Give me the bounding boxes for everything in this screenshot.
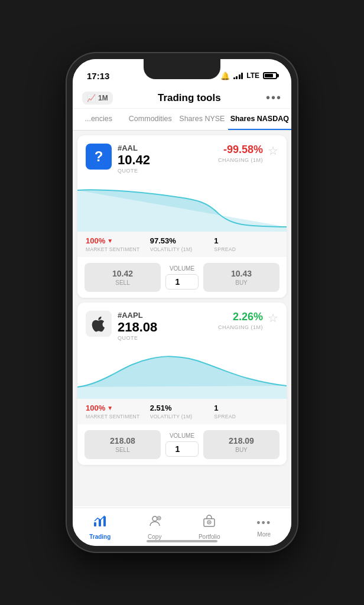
signal-icon (233, 72, 243, 79)
battery-icon (263, 72, 277, 79)
tab-currencies[interactable]: ...encies (73, 109, 125, 130)
card-aal-header: ? #AAL 10.42 QUOTE -99.58% CHANGING (1M)… (77, 135, 287, 178)
aapl-change: 2.26% CHANGING (1M) (218, 311, 263, 330)
aapl-info: #AAPL 218.08 QUOTE (118, 311, 218, 341)
aal-volume-label: VOLUME (170, 265, 194, 272)
aal-chart-area (77, 178, 287, 232)
aal-buy-label: BUY (235, 279, 248, 286)
aal-spread-value: 1 (214, 236, 278, 245)
tabs-bar: ...encies Commodities Shares NYSE Shares… (73, 109, 291, 131)
aapl-sentiment-label: MARKET SENTIMENT (86, 414, 150, 419)
aapl-sentiment-value: 100% (86, 404, 105, 412)
aapl-volatility-value: 2.51% (150, 404, 214, 412)
nav-more[interactable]: ••• More (237, 512, 292, 542)
nav-copy[interactable]: Copy (128, 509, 183, 545)
aapl-change-label: CHANGING (1M) (218, 324, 263, 330)
nav-trading[interactable]: Trading (73, 509, 128, 545)
down-arrow-icon: ▼ (107, 238, 113, 244)
aal-logo: ? (86, 144, 112, 170)
aal-volume-box: VOLUME (165, 265, 199, 290)
more-button[interactable]: ••• (266, 91, 282, 105)
aal-volatility-value: 97.53% (150, 236, 214, 245)
aal-change-label: CHANGING (1M) (218, 157, 263, 163)
main-content: ? #AAL 10.42 QUOTE -99.58% CHANGING (1M)… (73, 131, 291, 506)
aapl-logo (86, 311, 112, 337)
aal-quote-label: QUOTE (118, 168, 218, 174)
lte-label: LTE (246, 71, 259, 80)
aal-buy-button[interactable]: 10.43 BUY (203, 263, 280, 292)
aapl-sell-price: 218.08 (110, 436, 135, 445)
tab-shares-nyse[interactable]: Shares NYSE (176, 109, 228, 130)
aapl-sell-label: SELL (115, 447, 129, 453)
aapl-spread-label: SPREAD (214, 414, 278, 419)
tab-commodities[interactable]: Commodities (125, 109, 177, 130)
notification-icon: 🔔 (220, 71, 230, 80)
portfolio-nav-label: Portfolio (199, 534, 220, 540)
aapl-favorite-button[interactable]: ☆ (268, 311, 278, 325)
aapl-buy-button[interactable]: 218.09 BUY (203, 430, 280, 459)
more-nav-icon: ••• (256, 517, 271, 529)
copy-nav-label: Copy (148, 534, 161, 540)
aal-info: #AAL 10.42 QUOTE (118, 144, 218, 174)
aapl-volume-box: VOLUME (165, 432, 199, 457)
aal-volatility-label: VOLATILITY (1M) (150, 246, 214, 252)
aal-sell-button[interactable]: 10.42 SELL (84, 263, 161, 292)
aapl-buy-label: BUY (235, 447, 248, 453)
aapl-quote-label: QUOTE (118, 335, 218, 341)
aal-chart-svg (77, 178, 287, 232)
aapl-volume-input[interactable] (165, 441, 199, 457)
status-icons: 🔔 LTE (220, 71, 277, 80)
aapl-volatility-label: VOLATILITY (1M) (150, 414, 214, 419)
nav-portfolio[interactable]: Portfolio (182, 509, 237, 545)
aapl-chart-svg (77, 346, 287, 399)
aapl-buy-price: 218.09 (229, 436, 254, 445)
header: 📈 1M Trading tools ••• (73, 87, 291, 109)
aal-favorite-button[interactable]: ☆ (268, 144, 278, 158)
aapl-sell-button[interactable]: 218.08 SELL (84, 430, 161, 459)
aapl-spread-value: 1 (214, 404, 278, 412)
more-nav-label: More (257, 531, 271, 538)
aal-sell-price: 10.42 (112, 269, 133, 278)
trading-icon (93, 514, 107, 532)
svg-rect-1 (99, 519, 101, 526)
aal-sentiment-value: 100% (86, 236, 105, 245)
copy-icon (148, 514, 162, 532)
aapl-volatility: 2.51% VOLATILITY (1M) (150, 404, 214, 419)
aal-sell-label: SELL (115, 279, 129, 286)
timeframe-label: 1M (98, 94, 108, 102)
home-indicator (147, 540, 217, 542)
tab-shares-nasdaq[interactable]: Shares NASDAQ (228, 109, 291, 130)
down-arrow-icon-2: ▼ (107, 405, 113, 411)
aapl-stats: 100% ▼ MARKET SENTIMENT 2.51% VOLATILITY… (77, 399, 287, 424)
aal-spread-label: SPREAD (214, 246, 278, 252)
aapl-spread: 1 SPREAD (214, 404, 278, 419)
page-title: Trading tools (113, 92, 266, 104)
aal-sentiment-label: MARKET SENTIMENT (86, 246, 150, 252)
trend-icon: 📈 (87, 94, 96, 102)
aal-volatility: 97.53% VOLATILITY (1M) (150, 236, 214, 252)
aapl-trade-row: 218.08 SELL VOLUME 218.09 BUY (77, 424, 287, 465)
aapl-chart-area (77, 346, 287, 399)
status-time: 17:13 (87, 71, 109, 81)
aapl-volume-label: VOLUME (170, 432, 194, 439)
aal-volume-input[interactable] (165, 274, 199, 290)
aapl-market-sentiment: 100% ▼ MARKET SENTIMENT (86, 404, 150, 419)
aapl-change-value: 2.26% (218, 311, 263, 323)
timeframe-selector[interactable]: 📈 1M (82, 92, 113, 105)
aal-trade-row: 10.42 SELL VOLUME 10.43 BUY (77, 257, 287, 298)
aal-market-sentiment: 100% ▼ MARKET SENTIMENT (86, 236, 150, 252)
svg-rect-2 (103, 516, 106, 526)
aal-buy-price: 10.43 (231, 269, 252, 278)
svg-point-3 (152, 516, 157, 521)
aal-stats: 100% ▼ MARKET SENTIMENT 97.53% VOLATILIT… (77, 232, 287, 257)
aapl-price: 218.08 (118, 321, 218, 334)
card-aapl-header: #AAPL 218.08 QUOTE 2.26% CHANGING (1M) ☆ (77, 302, 287, 346)
aapl-ticker: #AAPL (118, 311, 218, 320)
trading-nav-label: Trading (89, 534, 110, 540)
apple-logo-svg (89, 314, 108, 333)
aal-spread: 1 SPREAD (214, 236, 278, 252)
aal-ticker: #AAL (118, 144, 218, 152)
portfolio-icon (202, 514, 216, 532)
card-aal: ? #AAL 10.42 QUOTE -99.58% CHANGING (1M)… (77, 135, 287, 298)
aal-change: -99.58% CHANGING (1M) (218, 144, 263, 163)
